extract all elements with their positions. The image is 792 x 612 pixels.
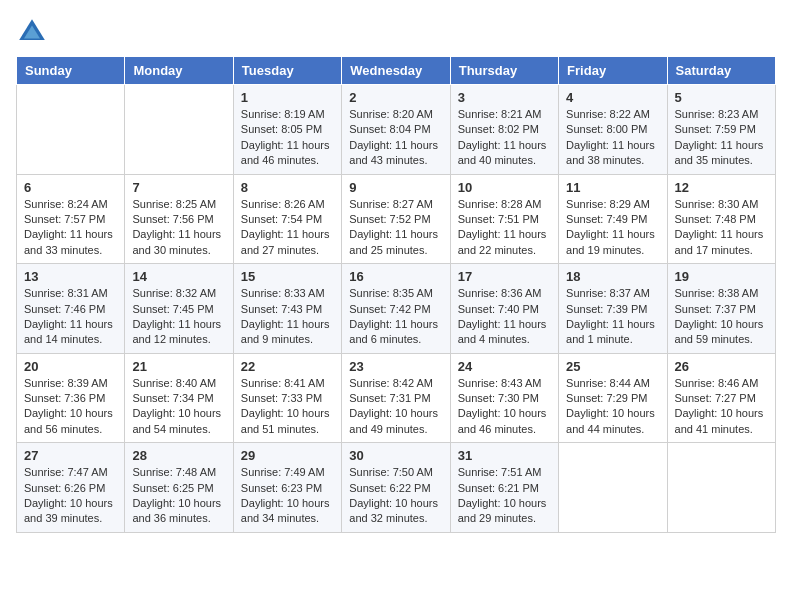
day-cell: 5 Sunrise: 8:23 AMSunset: 7:59 PMDayligh…: [667, 85, 775, 175]
cell-info: Sunrise: 8:26 AMSunset: 7:54 PMDaylight:…: [241, 198, 330, 256]
week-row-1: 1 Sunrise: 8:19 AMSunset: 8:05 PMDayligh…: [17, 85, 776, 175]
week-row-5: 27 Sunrise: 7:47 AMSunset: 6:26 PMDaylig…: [17, 443, 776, 533]
day-cell: 9 Sunrise: 8:27 AMSunset: 7:52 PMDayligh…: [342, 174, 450, 264]
day-cell: 1 Sunrise: 8:19 AMSunset: 8:05 PMDayligh…: [233, 85, 341, 175]
day-number: 22: [241, 359, 334, 374]
cell-info: Sunrise: 8:39 AMSunset: 7:36 PMDaylight:…: [24, 377, 113, 435]
cell-info: Sunrise: 8:36 AMSunset: 7:40 PMDaylight:…: [458, 287, 547, 345]
cell-info: Sunrise: 8:42 AMSunset: 7:31 PMDaylight:…: [349, 377, 438, 435]
week-row-4: 20 Sunrise: 8:39 AMSunset: 7:36 PMDaylig…: [17, 353, 776, 443]
day-cell: 13 Sunrise: 8:31 AMSunset: 7:46 PMDaylig…: [17, 264, 125, 354]
day-cell: 17 Sunrise: 8:36 AMSunset: 7:40 PMDaylig…: [450, 264, 558, 354]
week-row-3: 13 Sunrise: 8:31 AMSunset: 7:46 PMDaylig…: [17, 264, 776, 354]
calendar-header-row: SundayMondayTuesdayWednesdayThursdayFrid…: [17, 57, 776, 85]
cell-info: Sunrise: 8:31 AMSunset: 7:46 PMDaylight:…: [24, 287, 113, 345]
day-cell: 21 Sunrise: 8:40 AMSunset: 7:34 PMDaylig…: [125, 353, 233, 443]
cell-info: Sunrise: 8:37 AMSunset: 7:39 PMDaylight:…: [566, 287, 655, 345]
day-cell: 22 Sunrise: 8:41 AMSunset: 7:33 PMDaylig…: [233, 353, 341, 443]
cell-info: Sunrise: 7:50 AMSunset: 6:22 PMDaylight:…: [349, 466, 438, 524]
cell-info: Sunrise: 8:27 AMSunset: 7:52 PMDaylight:…: [349, 198, 438, 256]
day-cell: 27 Sunrise: 7:47 AMSunset: 6:26 PMDaylig…: [17, 443, 125, 533]
day-cell: 20 Sunrise: 8:39 AMSunset: 7:36 PMDaylig…: [17, 353, 125, 443]
day-header-monday: Monday: [125, 57, 233, 85]
cell-info: Sunrise: 8:41 AMSunset: 7:33 PMDaylight:…: [241, 377, 330, 435]
day-cell: 23 Sunrise: 8:42 AMSunset: 7:31 PMDaylig…: [342, 353, 450, 443]
day-number: 16: [349, 269, 442, 284]
day-number: 4: [566, 90, 659, 105]
day-cell: 31 Sunrise: 7:51 AMSunset: 6:21 PMDaylig…: [450, 443, 558, 533]
day-cell: 26 Sunrise: 8:46 AMSunset: 7:27 PMDaylig…: [667, 353, 775, 443]
day-number: 27: [24, 448, 117, 463]
cell-info: Sunrise: 7:49 AMSunset: 6:23 PMDaylight:…: [241, 466, 330, 524]
cell-info: Sunrise: 8:24 AMSunset: 7:57 PMDaylight:…: [24, 198, 113, 256]
day-number: 31: [458, 448, 551, 463]
day-number: 10: [458, 180, 551, 195]
day-number: 12: [675, 180, 768, 195]
day-cell: 24 Sunrise: 8:43 AMSunset: 7:30 PMDaylig…: [450, 353, 558, 443]
day-cell: 3 Sunrise: 8:21 AMSunset: 8:02 PMDayligh…: [450, 85, 558, 175]
day-number: 1: [241, 90, 334, 105]
day-cell: 6 Sunrise: 8:24 AMSunset: 7:57 PMDayligh…: [17, 174, 125, 264]
cell-info: Sunrise: 7:48 AMSunset: 6:25 PMDaylight:…: [132, 466, 221, 524]
day-number: 13: [24, 269, 117, 284]
calendar: SundayMondayTuesdayWednesdayThursdayFrid…: [16, 56, 776, 533]
day-number: 8: [241, 180, 334, 195]
cell-info: Sunrise: 8:38 AMSunset: 7:37 PMDaylight:…: [675, 287, 764, 345]
day-cell: [559, 443, 667, 533]
day-cell: 15 Sunrise: 8:33 AMSunset: 7:43 PMDaylig…: [233, 264, 341, 354]
logo: [16, 16, 52, 48]
day-cell: 7 Sunrise: 8:25 AMSunset: 7:56 PMDayligh…: [125, 174, 233, 264]
day-number: 29: [241, 448, 334, 463]
day-cell: 19 Sunrise: 8:38 AMSunset: 7:37 PMDaylig…: [667, 264, 775, 354]
day-number: 30: [349, 448, 442, 463]
day-cell: 25 Sunrise: 8:44 AMSunset: 7:29 PMDaylig…: [559, 353, 667, 443]
day-cell: 30 Sunrise: 7:50 AMSunset: 6:22 PMDaylig…: [342, 443, 450, 533]
day-header-sunday: Sunday: [17, 57, 125, 85]
day-number: 18: [566, 269, 659, 284]
day-cell: [17, 85, 125, 175]
day-cell: 8 Sunrise: 8:26 AMSunset: 7:54 PMDayligh…: [233, 174, 341, 264]
day-cell: 28 Sunrise: 7:48 AMSunset: 6:25 PMDaylig…: [125, 443, 233, 533]
cell-info: Sunrise: 8:23 AMSunset: 7:59 PMDaylight:…: [675, 108, 764, 166]
day-cell: 11 Sunrise: 8:29 AMSunset: 7:49 PMDaylig…: [559, 174, 667, 264]
cell-info: Sunrise: 8:30 AMSunset: 7:48 PMDaylight:…: [675, 198, 764, 256]
day-number: 26: [675, 359, 768, 374]
cell-info: Sunrise: 8:28 AMSunset: 7:51 PMDaylight:…: [458, 198, 547, 256]
header: [16, 16, 776, 48]
day-header-friday: Friday: [559, 57, 667, 85]
logo-icon: [16, 16, 48, 48]
week-row-2: 6 Sunrise: 8:24 AMSunset: 7:57 PMDayligh…: [17, 174, 776, 264]
day-cell: [125, 85, 233, 175]
day-cell: 29 Sunrise: 7:49 AMSunset: 6:23 PMDaylig…: [233, 443, 341, 533]
day-number: 9: [349, 180, 442, 195]
cell-info: Sunrise: 8:21 AMSunset: 8:02 PMDaylight:…: [458, 108, 547, 166]
cell-info: Sunrise: 8:40 AMSunset: 7:34 PMDaylight:…: [132, 377, 221, 435]
day-cell: 2 Sunrise: 8:20 AMSunset: 8:04 PMDayligh…: [342, 85, 450, 175]
day-cell: [667, 443, 775, 533]
day-number: 6: [24, 180, 117, 195]
day-cell: 14 Sunrise: 8:32 AMSunset: 7:45 PMDaylig…: [125, 264, 233, 354]
day-number: 23: [349, 359, 442, 374]
day-header-wednesday: Wednesday: [342, 57, 450, 85]
cell-info: Sunrise: 8:20 AMSunset: 8:04 PMDaylight:…: [349, 108, 438, 166]
day-number: 7: [132, 180, 225, 195]
cell-info: Sunrise: 8:35 AMSunset: 7:42 PMDaylight:…: [349, 287, 438, 345]
cell-info: Sunrise: 7:47 AMSunset: 6:26 PMDaylight:…: [24, 466, 113, 524]
cell-info: Sunrise: 8:22 AMSunset: 8:00 PMDaylight:…: [566, 108, 655, 166]
day-cell: 16 Sunrise: 8:35 AMSunset: 7:42 PMDaylig…: [342, 264, 450, 354]
day-number: 20: [24, 359, 117, 374]
day-header-tuesday: Tuesday: [233, 57, 341, 85]
day-number: 24: [458, 359, 551, 374]
day-number: 28: [132, 448, 225, 463]
cell-info: Sunrise: 8:43 AMSunset: 7:30 PMDaylight:…: [458, 377, 547, 435]
cell-info: Sunrise: 8:33 AMSunset: 7:43 PMDaylight:…: [241, 287, 330, 345]
day-cell: 4 Sunrise: 8:22 AMSunset: 8:00 PMDayligh…: [559, 85, 667, 175]
day-number: 2: [349, 90, 442, 105]
day-number: 17: [458, 269, 551, 284]
day-number: 5: [675, 90, 768, 105]
day-cell: 18 Sunrise: 8:37 AMSunset: 7:39 PMDaylig…: [559, 264, 667, 354]
day-number: 11: [566, 180, 659, 195]
day-number: 14: [132, 269, 225, 284]
day-number: 19: [675, 269, 768, 284]
day-header-thursday: Thursday: [450, 57, 558, 85]
